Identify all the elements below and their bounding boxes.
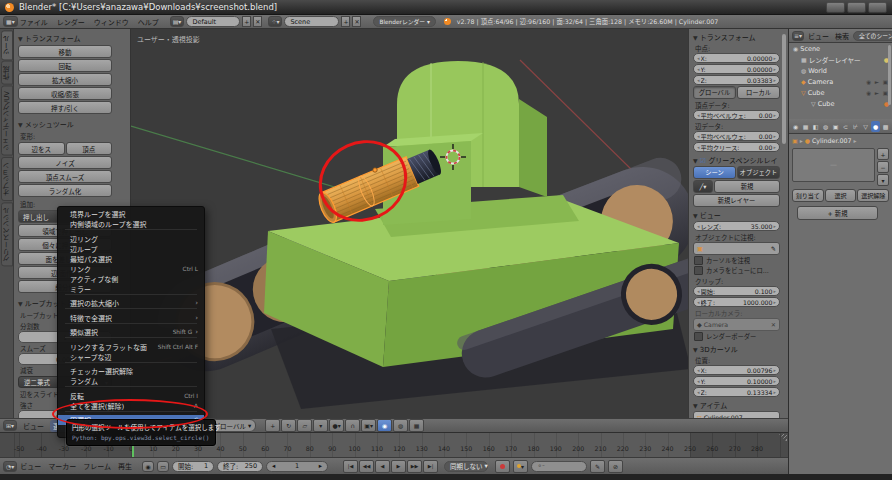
- timeline-menu-item[interactable]: ビュー: [20, 461, 41, 471]
- tab-texture-icon[interactable]: ▩: [881, 121, 890, 132]
- menu-item[interactable]: 辺リング: [58, 234, 204, 244]
- grease-new-button[interactable]: 新規: [714, 180, 780, 193]
- prev-keyframe-button[interactable]: ◀◀: [359, 460, 374, 473]
- viewport-3d[interactable]: ユーザー・透視投影: [131, 29, 688, 418]
- tool-button[interactable]: ノイズ: [18, 156, 112, 169]
- panel-title-transform[interactable]: ▼ トランスフォーム: [14, 31, 130, 44]
- menu-item[interactable]: 辺ループ: [58, 244, 204, 254]
- editor-type-icon[interactable]: ⊞▾: [3, 420, 17, 431]
- menu-item[interactable]: 類似選択 Shift G ›: [58, 327, 204, 337]
- menu-item[interactable]: シャープな辺: [58, 352, 204, 362]
- outliner-row[interactable]: ◆ Camera ● ● ◉ ► ▣: [789, 76, 892, 87]
- tool-button[interactable]: 移動: [18, 45, 112, 58]
- tab-world-icon[interactable]: ◍: [821, 121, 830, 132]
- tool-button[interactable]: 頂点: [66, 142, 113, 155]
- menu-item[interactable]: 最短パス選択: [58, 254, 204, 264]
- tool-button[interactable]: 押す/引く: [18, 101, 112, 114]
- menubar-item[interactable]: ヘルプ: [138, 17, 159, 27]
- frame-lock-icon[interactable]: ▭: [157, 461, 169, 472]
- manipulator-translate-icon[interactable]: +: [265, 419, 280, 432]
- tool-button[interactable]: 回転: [18, 59, 112, 72]
- panel-title-mesh-tools[interactable]: ▼ メッシュツール: [14, 117, 130, 130]
- tab-material-icon[interactable]: ●: [871, 121, 880, 132]
- local-camera-field[interactable]: ◆Camera✕: [693, 318, 780, 331]
- tab-data-icon[interactable]: ▽: [861, 121, 870, 132]
- outliner-menu-item[interactable]: ビュー: [808, 31, 829, 41]
- tool-button[interactable]: 辺をス: [18, 142, 65, 155]
- tab-scene-icon[interactable]: ◧: [811, 121, 820, 132]
- preview-range-icon[interactable]: ◉: [142, 461, 154, 472]
- number-field[interactable]: ◂Z:0.13334▸: [693, 387, 780, 397]
- maximize-button[interactable]: [847, 2, 866, 13]
- tool-button[interactable]: 収縮/膨張: [18, 87, 112, 100]
- menu-item[interactable]: ランダム: [58, 376, 204, 386]
- menubar-item[interactable]: ウィンドウ: [94, 17, 129, 27]
- menu-item[interactable]: 特徴で全選択 ›: [58, 313, 204, 323]
- tab-render-icon[interactable]: ◉: [791, 121, 800, 132]
- menu-item[interactable]: リンク Ctrl L: [58, 264, 204, 274]
- number-field[interactable]: ◂平均ベベルウェ:0.00▸: [693, 131, 780, 141]
- jump-to-start-button[interactable]: |◀: [343, 460, 358, 473]
- add-layout-button[interactable]: +: [242, 16, 251, 27]
- menu-item[interactable]: ミラー: [58, 284, 204, 294]
- tab-modifiers-icon[interactable]: ⊬: [851, 121, 860, 132]
- menu-item[interactable]: アクティブな側: [58, 274, 204, 284]
- delete-layout-button[interactable]: ✕: [253, 16, 262, 27]
- grease-scene-button[interactable]: シーン: [693, 166, 736, 179]
- number-field[interactable]: ◂X:0.00796▸: [693, 365, 780, 375]
- local-button[interactable]: ローカル: [737, 86, 780, 99]
- panel-title-3d-cursor[interactable]: ▼ 3Dカーソル: [693, 342, 780, 355]
- view-menu[interactable]: ビュー: [20, 420, 47, 432]
- keying-set-menu-icon[interactable]: ▾: [513, 460, 528, 473]
- lock-cursor-checkbox[interactable]: カーソルを注視: [694, 256, 776, 265]
- tool-shelf-tab[interactable]: ツール: [1, 30, 13, 60]
- sync-mode-select[interactable]: 同期しない ▾: [444, 461, 488, 472]
- viewport-canvas[interactable]: [131, 29, 688, 418]
- panel-title-transform[interactable]: ▼ トランスフォーム: [693, 31, 780, 43]
- end-frame-field[interactable]: 終了:250: [217, 461, 263, 472]
- panel-title-item[interactable]: ▼ アイテム: [693, 398, 780, 411]
- add-slot-button[interactable]: +: [877, 148, 889, 160]
- deselect-button[interactable]: 選択解除: [857, 189, 889, 202]
- timeline-menu-item[interactable]: マーカー: [48, 461, 76, 471]
- restrict-icons[interactable]: ◉ ► ▣: [866, 90, 889, 96]
- slot-specials-button[interactable]: ▾: [877, 174, 889, 186]
- remove-slot-button[interactable]: −: [877, 161, 889, 173]
- material-slot-list[interactable]: —: [792, 148, 875, 182]
- tab-render-layers-icon[interactable]: ▦: [801, 121, 810, 132]
- tool-button[interactable]: ランダム化: [18, 184, 112, 197]
- tool-button[interactable]: 拡大縮小: [18, 73, 112, 86]
- number-field[interactable]: ◂Y:0.10000▸: [693, 376, 780, 386]
- grease-draw-icon[interactable]: ╱▾: [693, 180, 713, 193]
- tool-shelf-tab[interactable]: 作成: [1, 61, 13, 85]
- menu-item[interactable]: 境界ループを選択: [58, 209, 204, 219]
- outliner-row[interactable]: ◍ World ● ● ◉ ► ▣: [789, 65, 892, 76]
- number-field[interactable]: ◂平均クリース:0.00▸: [693, 142, 780, 152]
- current-frame-field[interactable]: ◂1▸: [266, 461, 328, 472]
- scene-field[interactable]: Scene: [284, 16, 339, 27]
- minimize-button[interactable]: [826, 2, 845, 13]
- scrollbar[interactable]: [888, 45, 891, 105]
- assign-button[interactable]: 割り当て: [792, 189, 824, 202]
- delete-scene-button[interactable]: ✕: [352, 16, 361, 27]
- tool-button[interactable]: 頂点スムーズ: [18, 170, 112, 183]
- display-filter-select[interactable]: 全てのシーン▾: [853, 31, 892, 41]
- number-field[interactable]: ◂終了:1000.000▸: [693, 297, 780, 307]
- lock-camera-checkbox[interactable]: カメラをビューにロ...: [694, 266, 776, 275]
- editor-type-icon[interactable]: ▦▾: [3, 16, 18, 27]
- manipulator-rotate-icon[interactable]: ↻: [281, 419, 296, 432]
- grease-object-button[interactable]: オブジェクト: [737, 166, 780, 179]
- new-layer-button[interactable]: 新規レイヤー: [693, 194, 780, 207]
- delete-keyframe-icon[interactable]: ⊘: [608, 460, 623, 473]
- tool-shelf-tab[interactable]: オプション: [1, 157, 13, 201]
- menu-item[interactable]: リンクするフラットな面 Shift Ctrl Alt F: [58, 342, 204, 352]
- panel-title-grease-pencil[interactable]: ▼ ☑ グリースペンシルレイ: [693, 153, 780, 166]
- tool-shelf-tab[interactable]: グリースペンシル: [1, 202, 13, 266]
- lens-field[interactable]: ◂レンズ:35.000▸: [693, 221, 780, 231]
- outliner-row[interactable]: ▽ Cube ● ● ◉ ► ▣: [789, 87, 892, 98]
- play-button[interactable]: ▶: [391, 460, 406, 473]
- outliner-row[interactable]: ▦ レンダーレイヤー ● ● ◉ ► ▣: [789, 54, 892, 65]
- number-field[interactable]: ◂Z:0.03383▸: [693, 75, 780, 85]
- start-frame-field[interactable]: 開始:1: [172, 461, 214, 472]
- render-engine-select[interactable]: Blenderレンダー ▾: [373, 16, 435, 27]
